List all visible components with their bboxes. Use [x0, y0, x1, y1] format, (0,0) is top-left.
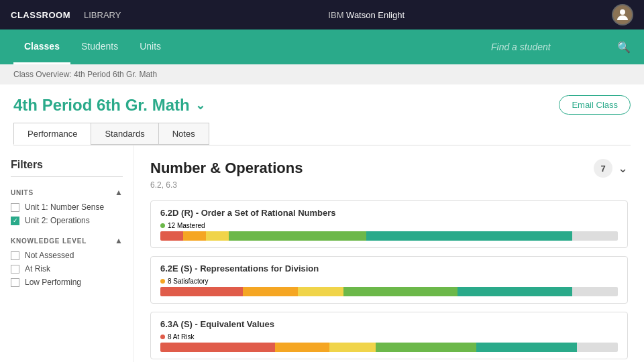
filter-unit1: Unit 1: Number Sense	[11, 202, 123, 212]
units-filter-label: UNITS	[11, 189, 34, 196]
status-dot	[160, 279, 165, 284]
tab-students[interactable]: Students	[70, 29, 129, 64]
status-label: 12 Mastered	[168, 222, 205, 229]
not-assessed-label: Not Assessed	[25, 251, 74, 260]
units-filter-section: UNITS ▲ Unit 1: Number Sense ✓ Unit 2: O…	[11, 188, 123, 225]
breadcrumb: Class Overview: 4th Period 6th Gr. Math	[0, 64, 644, 84]
filter-not-assessed: Not Assessed	[11, 251, 123, 260]
bar-yellow	[298, 287, 343, 296]
skill-status-6.2e: 8 Satisfactory	[160, 278, 618, 285]
bar-teal	[458, 287, 572, 296]
filter-low-performing: Low Performing	[11, 278, 123, 287]
status-label: 8 Satisfactory	[168, 278, 209, 285]
bar-red	[160, 287, 243, 296]
section-title: Number & Operations	[150, 160, 303, 177]
library-link[interactable]: LIBRARY	[84, 10, 121, 20]
units-filter-header: UNITS ▲	[11, 188, 123, 197]
tab-performance[interactable]: Performance	[13, 123, 91, 145]
at-risk-label: At Risk	[25, 264, 50, 274]
content-area: 4th Period 6th Gr. Math ⌄ Email Class Pe…	[0, 84, 644, 145]
bar-teal	[366, 231, 572, 241]
tab-units[interactable]: Units	[129, 29, 172, 64]
secondary-nav-tabs: Classes Students Units	[13, 29, 172, 64]
bar-yellow	[329, 343, 375, 352]
not-assessed-checkbox[interactable]	[11, 251, 19, 260]
tab-classes[interactable]: Classes	[13, 29, 70, 64]
filter-at-risk: At Risk	[11, 264, 123, 274]
filters-title: Filters	[11, 159, 123, 177]
bar-green	[343, 287, 458, 296]
bar-gray	[572, 287, 618, 296]
bar-orange	[275, 343, 330, 352]
knowledge-level-header: KNOWLEDGE LEVEL ▲	[11, 236, 123, 245]
tab-standards[interactable]: Standards	[91, 123, 158, 145]
knowledge-level-label: KNOWLEDGE LEVEL	[11, 237, 87, 245]
skill-status-6.3a: 8 At Risk	[160, 333, 618, 341]
main-layout: Filters UNITS ▲ Unit 1: Number Sense ✓ U…	[0, 145, 644, 362]
section-header: Number & Operations 7 ⌄	[150, 159, 628, 178]
unit1-label: Unit 1: Number Sense	[25, 202, 104, 212]
avatar[interactable]	[612, 4, 633, 25]
class-header: 4th Period 6th Gr. Math ⌄ Email Class	[13, 95, 631, 115]
skill-bar-6.3a	[160, 343, 618, 352]
bar-teal	[476, 343, 577, 352]
skill-name-6.2e: 6.2E (S) - Representations for Division	[160, 263, 618, 274]
status-dot	[160, 223, 165, 228]
search-bar: 🔍	[491, 41, 631, 54]
class-title: 4th Period 6th Gr. Math ⌄	[13, 96, 205, 115]
unit1-checkbox[interactable]	[11, 203, 19, 212]
low-performing-checkbox[interactable]	[11, 278, 19, 287]
chevron-down-icon[interactable]: ⌄	[195, 98, 205, 113]
at-risk-checkbox[interactable]	[11, 265, 19, 274]
bar-red	[160, 231, 183, 241]
low-performing-label: Low Performing	[25, 278, 81, 287]
status-dot	[160, 335, 165, 339]
skill-name-6.3a: 6.3A (S) - Equivalent Values	[160, 319, 618, 329]
section-controls: 7 ⌄	[594, 159, 628, 178]
search-input[interactable]	[491, 42, 612, 52]
skill-bar-6.2e	[160, 287, 618, 296]
skill-row-6.2d: 6.2D (R) - Order a Set of Rational Numbe…	[150, 200, 628, 248]
bar-green	[376, 343, 476, 352]
unit2-checkbox[interactable]: ✓	[11, 217, 19, 225]
skill-row-6.3a: 6.3A (S) - Equivalent Values 8 At Risk	[150, 312, 628, 359]
units-chevron-icon[interactable]: ▲	[115, 188, 123, 197]
tab-notes[interactable]: Notes	[158, 123, 209, 145]
section-count-badge: 7	[594, 159, 612, 178]
top-nav-left: CLASSROOM LIBRARY	[11, 10, 121, 20]
skill-status-6.2d: 12 Mastered	[160, 222, 618, 229]
view-tabs: Performance Standards Notes	[13, 123, 631, 145]
secondary-nav: Classes Students Units 🔍	[0, 29, 644, 64]
bar-orange	[243, 287, 298, 296]
top-nav-center: IBM Watson Enlight	[328, 10, 405, 20]
skill-row-6.2e: 6.2E (S) - Representations for Division …	[150, 256, 628, 304]
section-meta: 6.2, 6.3	[150, 180, 628, 190]
bar-orange	[183, 231, 206, 241]
expand-icon[interactable]: ⌄	[618, 161, 628, 176]
svg-point-0	[620, 9, 625, 15]
sidebar: Filters UNITS ▲ Unit 1: Number Sense ✓ U…	[0, 145, 134, 362]
main-content: Number & Operations 7 ⌄ 6.2, 6.3 6.2D (R…	[134, 145, 644, 362]
bar-red	[160, 343, 275, 352]
bar-gray	[577, 343, 618, 352]
knowledge-chevron-icon[interactable]: ▲	[115, 236, 123, 245]
top-nav: CLASSROOM LIBRARY IBM Watson Enlight	[0, 0, 644, 29]
search-icon[interactable]: 🔍	[617, 41, 631, 54]
skill-bar-6.2d	[160, 231, 618, 241]
bar-yellow	[206, 231, 229, 241]
watson-enlight-label: Watson Enlight	[346, 10, 405, 20]
skill-name-6.2d: 6.2D (R) - Order a Set of Rational Numbe…	[160, 208, 618, 218]
email-class-button[interactable]: Email Class	[559, 95, 631, 115]
status-label: 8 At Risk	[168, 333, 194, 341]
classroom-brand[interactable]: CLASSROOM	[11, 10, 70, 20]
knowledge-level-section: KNOWLEDGE LEVEL ▲ Not Assessed At Risk L…	[11, 236, 123, 287]
bar-gray	[572, 231, 618, 241]
unit2-label: Unit 2: Operations	[25, 216, 90, 225]
bar-green	[229, 231, 366, 241]
filter-unit2: ✓ Unit 2: Operations	[11, 216, 123, 225]
